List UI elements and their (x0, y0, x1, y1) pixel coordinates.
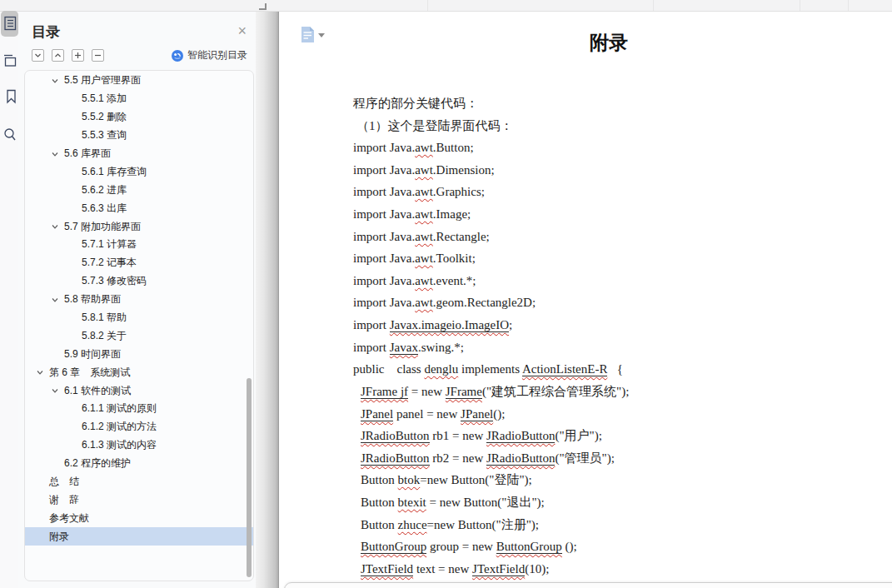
toc-item[interactable]: 6.1 软件的测试 (25, 381, 253, 400)
chevron-down-icon[interactable] (51, 296, 64, 304)
toc-item[interactable]: 5.5.1 添加 (25, 90, 253, 108)
toc-item[interactable]: 5.6.2 进库 (25, 181, 253, 199)
toc-item[interactable]: 5.5 用户管理界面 (25, 72, 253, 90)
toc-item[interactable]: 5.6.3 出库 (25, 199, 253, 217)
expand-level-down-button[interactable] (32, 49, 44, 62)
spellcheck-flagged-text: JRadioButton (486, 429, 556, 443)
toolbar-bottom-strip (0, 0, 892, 12)
code-text: = new (408, 385, 446, 398)
toc-item[interactable]: 附录 (25, 527, 253, 546)
toc-item[interactable]: 总 结 (25, 473, 253, 491)
code-text: import Java. (353, 230, 415, 243)
toc-item[interactable]: 5.6.1 库存查询 (25, 162, 253, 181)
smart-recognize-toc-button[interactable]: 智能识别目录 (172, 48, 247, 62)
toc-item[interactable]: 5.5.3 查询 (25, 127, 253, 145)
code-line: Button zhuce=new Button("注册"); (279, 514, 892, 536)
code-line: JRadioButton rb2 = new JRadioButton("管理员… (279, 447, 892, 470)
chevron-down-icon[interactable] (51, 222, 64, 231)
toc-item[interactable]: 5.8.1 帮助 (25, 309, 253, 327)
code-text: .Dimension; (433, 163, 495, 177)
toolbar-separator (848, 0, 849, 11)
toc-item-label: 5.5 用户管理界面 (64, 73, 141, 87)
code-line: public class denglu implements ActionLis… (279, 358, 892, 381)
toc-item[interactable]: 5.7.3 修改密码 (25, 272, 253, 291)
toc-item[interactable]: 5.6 库界面 (25, 145, 253, 163)
toc-item[interactable]: 5.7.1 计算器 (25, 236, 253, 254)
chevron-down-icon[interactable] (51, 386, 64, 395)
toc-item[interactable]: 谢 辞 (25, 491, 253, 509)
panel-page-divider[interactable] (256, 12, 279, 588)
code-line: import Javax.swing.*; (279, 336, 892, 359)
spellcheck-flagged-text: JRadioButton (486, 451, 556, 466)
spellcheck-flagged-text: JFrame (446, 385, 482, 399)
spellcheck-flagged-text: ButtonGroup (496, 540, 562, 554)
spellcheck-flagged-text: JTextField (361, 562, 413, 576)
code-line: import Java.awt.Toolkit; (279, 247, 892, 270)
code-line: ButtonGroup group = new ButtonGroup (); (279, 536, 892, 558)
bookmark-icon[interactable] (0, 86, 18, 107)
toc-item-label: 5.7 附加功能界面 (64, 220, 141, 234)
toc-item-label: 5.8.1 帮助 (82, 311, 127, 325)
toc-item-label: 6.1.3 测试的内容 (82, 438, 157, 452)
spellcheck-flagged-text: awt (415, 296, 433, 309)
chevron-down-icon[interactable] (51, 77, 64, 85)
code-text: ("建筑工程综合管理系统"); (482, 385, 629, 398)
toc-item[interactable]: 6.2 程序的维护 (25, 455, 253, 473)
chevron-down-icon[interactable] (51, 150, 64, 158)
expand-all-button[interactable] (72, 49, 84, 62)
toc-item[interactable]: 6.1.2 测试的方法 (25, 418, 253, 436)
toc-item[interactable]: 6.1.1 测试的原则 (25, 400, 253, 418)
page-options-button[interactable] (301, 26, 325, 43)
chevron-down-icon[interactable] (36, 368, 49, 376)
toc-panel-icon[interactable] (0, 12, 18, 34)
code-line: import Java.awt.geom.Rectangle2D; (279, 292, 892, 314)
spellcheck-flagged-text: ActionListenE-R (522, 362, 607, 376)
toc-item[interactable]: 5.8.2 关于 (25, 326, 253, 345)
document-page: 附录 程序的部分关键代码：（1）这个是登陆界面代码：import Java.aw… (279, 12, 892, 588)
search-icon[interactable] (0, 123, 18, 145)
toc-toolbar (32, 49, 104, 62)
code-text: .Button; (433, 141, 474, 154)
code-text: 程序的部分关键代码： (353, 97, 478, 110)
collapse-all-button[interactable] (92, 49, 104, 62)
toc-item-label: 6.1 软件的测试 (64, 384, 131, 398)
toc-item-label: 5.5.1 添加 (82, 92, 127, 106)
code-text: =new Button("登陆"); (420, 473, 531, 486)
spellcheck-flagged-text: awt (415, 185, 433, 198)
code-line: JPanel panel = new JPanel(); (279, 403, 892, 426)
code-line: import Java.awt.Image; (279, 203, 892, 226)
code-text: rb2 = new (430, 451, 486, 465)
bottom-floating-bar[interactable] (284, 582, 892, 588)
spellcheck-flagged-text: JRadioButton (361, 429, 430, 443)
toc-item[interactable]: 5.5.2 删除 (25, 108, 253, 127)
collapse-level-up-button[interactable] (52, 49, 64, 62)
toc-item-label: 参考文献 (49, 511, 89, 526)
code-text: { (607, 362, 622, 376)
code-block: 程序的部分关键代码：（1）这个是登陆界面代码：import Java.awt.B… (279, 92, 892, 580)
toc-item[interactable]: 5.7 附加功能界面 (25, 217, 253, 236)
close-icon[interactable]: × (237, 23, 247, 38)
code-text: .event.*; (433, 274, 476, 287)
code-text: .Toolkit; (433, 252, 476, 265)
toc-item[interactable]: 5.9 时间界面 (25, 345, 253, 363)
spellcheck-flagged-text: JPanel (361, 407, 393, 421)
toc-item[interactable]: 参考文献 (25, 509, 253, 527)
toolbar-separator (653, 0, 654, 11)
toc-item-label: 5.7.1 计算器 (82, 237, 137, 252)
toc-item-label: 5.9 时间界面 (64, 347, 121, 361)
page-thumbnail-icon[interactable] (0, 49, 18, 71)
code-line: import Java.awt.Rectangle; (279, 226, 892, 248)
toc-item-label: 总 结 (49, 475, 79, 489)
code-text: (); (562, 540, 577, 553)
document-title: 附录 (590, 30, 628, 56)
toc-scrollbar-thumb[interactable] (247, 378, 252, 577)
spellcheck-flagged-text: zhuce (398, 518, 427, 531)
code-text: rb1 = new (430, 429, 486, 442)
toc-item[interactable]: 5.7.2 记事本 (25, 254, 253, 272)
toc-item[interactable]: 第 6 章 系统测试 (25, 363, 253, 381)
code-line: import Javax.imageio.ImageIO; (279, 314, 892, 336)
toc-item[interactable]: 5.8 帮助界面 (25, 291, 253, 309)
left-rail (0, 12, 18, 588)
toc-item[interactable]: 6.1.3 测试的内容 (25, 436, 253, 455)
toc-item-label: 6.2 程序的维护 (64, 456, 131, 471)
